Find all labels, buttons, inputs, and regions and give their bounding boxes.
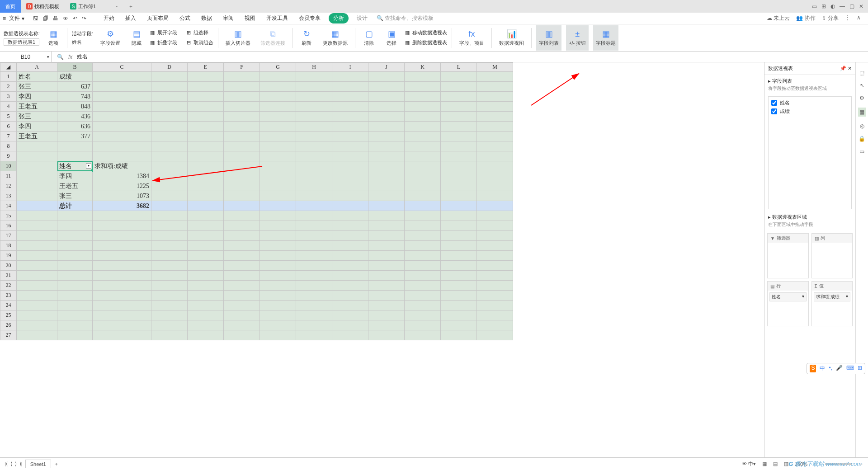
plusminus-button[interactable]: +/- 按钮 [569, 40, 586, 47]
ungroup-button[interactable]: ⊟ 取消组合 [187, 39, 213, 47]
tab-dev[interactable]: 开发工具 [264, 13, 291, 24]
redo-icon[interactable]: ↷ [82, 15, 86, 22]
sheet-nav-prev[interactable]: ⟨ [10, 461, 12, 467]
tab-start[interactable]: 开始 [101, 13, 117, 24]
headers-icon[interactable]: ▦ [601, 29, 611, 39]
more-icon[interactable]: ⋮ [845, 14, 850, 22]
tab-analysis[interactable]: 分析 [329, 13, 349, 24]
view-page-icon[interactable]: ▤ [773, 461, 778, 467]
maximize-icon[interactable]: ▢ [849, 3, 854, 9]
file-button[interactable]: 文件▾ [6, 13, 28, 24]
formula-value[interactable]: 姓名 [77, 53, 88, 61]
tab-review[interactable]: 审阅 [220, 13, 236, 24]
tab-add[interactable]: ＋ [123, 0, 139, 13]
tab-member[interactable]: 会员专享 [296, 13, 323, 24]
sheet-nav-next[interactable]: ⟩ [15, 461, 17, 467]
chevron-icon[interactable]: ∧ [857, 14, 861, 22]
select-icon[interactable]: ▣ [387, 29, 396, 39]
fields-icon[interactable]: fx [467, 29, 477, 39]
expand-button[interactable]: ▦ 展开字段 [150, 29, 177, 37]
hide-icon[interactable]: ▤ [132, 29, 142, 39]
field-check-score[interactable] [771, 108, 777, 114]
tab-layout[interactable]: 页面布局 [144, 13, 171, 24]
book-tool-icon[interactable]: ▭ [859, 148, 864, 155]
options-icon[interactable]: ▦ [48, 29, 58, 39]
area-rows[interactable]: ▤ 行姓名▾ [767, 281, 809, 326]
slicer-icon[interactable]: ▥ [233, 29, 243, 39]
minimize-icon[interactable]: — [840, 3, 845, 9]
pivot-chart-button[interactable]: 数据透视图 [499, 40, 524, 47]
collab-button[interactable]: 👥 协作 [796, 14, 815, 22]
undo-icon[interactable]: ↶ [73, 15, 77, 22]
refresh-button[interactable]: 刷新 [302, 40, 311, 47]
collapse-button[interactable]: ▦ 折叠字段 [150, 39, 177, 47]
save-icon[interactable]: 🖫 [33, 15, 38, 22]
cloud-button[interactable]: ☁ 未上云 [767, 14, 790, 22]
delete-button[interactable]: ▦ 删除数据透视表 [405, 39, 447, 47]
fieldlist-button[interactable]: 字段列表 [539, 40, 559, 47]
pin-icon[interactable]: 📌 [840, 66, 846, 71]
clear-button[interactable]: 清除 [364, 40, 374, 47]
field-score[interactable]: 成绩 [780, 108, 790, 115]
view-normal-icon[interactable]: ▦ [762, 461, 767, 467]
group-button[interactable]: ⊞ 组选择 [187, 29, 213, 37]
print-icon[interactable]: 🖶 [53, 15, 58, 22]
field-check-name[interactable] [771, 100, 777, 106]
preview-icon[interactable]: 👁 [63, 15, 68, 22]
hamburger-icon[interactable]: ≡ [3, 15, 6, 22]
area-filter[interactable]: ▼ 筛选器 [767, 233, 809, 278]
search-fx-icon[interactable]: 🔍 [57, 54, 64, 60]
sheet-nav-last[interactable]: ⟩| [19, 461, 23, 467]
tab-design[interactable]: 设计 [354, 13, 370, 24]
sheet-tab[interactable]: Sheet1 [25, 460, 51, 468]
hide-button[interactable]: 隐藏 [132, 40, 142, 47]
ime-keyboard-icon[interactable]: ⌨ [846, 365, 854, 372]
ime-grid-icon[interactable]: ⊞ [858, 365, 862, 372]
refresh-icon[interactable]: ↻ [302, 29, 311, 39]
field-setting-icon[interactable]: ⚙ [105, 29, 115, 39]
layout-icon[interactable]: ▭ [812, 3, 817, 9]
fields-button[interactable]: 字段、项目 [459, 40, 484, 47]
tab-formula[interactable]: 公式 [177, 13, 193, 24]
name-box[interactable]: B10▾ [0, 52, 52, 62]
fieldlist-icon[interactable]: ▥ [544, 29, 554, 39]
tab-home[interactable]: 首页 [0, 0, 21, 13]
ime-lang[interactable]: 中 [820, 365, 825, 372]
spreadsheet[interactable]: ◢ABCDEFGHIJKLM1姓名成绩2张三6373李四7484王老五8485张… [0, 62, 764, 457]
user-icon[interactable]: ◐ [830, 3, 835, 9]
chart-icon[interactable]: 📊 [507, 29, 517, 39]
ime-toolbar[interactable]: S 中 •, 🎤 ⌨ ⊞ [807, 363, 865, 374]
pt-name-value[interactable]: 数据透视表1 [4, 38, 39, 46]
sheet-nav-first[interactable]: |⟨ [5, 461, 8, 467]
saveas-icon[interactable]: 🗐 [43, 15, 48, 22]
lock-tool-icon[interactable]: 🔒 [859, 136, 865, 142]
source-icon[interactable]: ▦ [330, 29, 340, 39]
layout-tool-icon[interactable]: ▦ [858, 108, 866, 117]
select-tool-icon[interactable]: ⬚ [859, 70, 864, 76]
tab-view[interactable]: 视图 [242, 13, 258, 24]
close-panel-icon[interactable]: ✕ [848, 66, 852, 71]
apps-icon[interactable]: ⊞ [821, 3, 826, 9]
share-button[interactable]: ⇪ 分享 [822, 14, 839, 22]
area-values[interactable]: Σ 值求和项:成绩▾ [811, 281, 853, 326]
ime-mic-icon[interactable]: 🎤 [836, 365, 843, 372]
tab-insert[interactable]: 插入 [123, 13, 139, 24]
cursor-tool-icon[interactable]: ↖ [860, 82, 864, 89]
plusminus-icon[interactable]: ± [572, 29, 582, 39]
field-list[interactable]: 姓名 成绩 [768, 96, 852, 209]
tab-workbook[interactable]: S工作簿1• [65, 0, 123, 13]
move-button[interactable]: ▦ 移动数据透视表 [405, 29, 447, 37]
tab-template[interactable]: D找稻壳模板 [21, 0, 65, 13]
select-button[interactable]: 选择 [387, 40, 396, 47]
change-source-button[interactable]: 更改数据源 [323, 40, 348, 47]
slicer-button[interactable]: 插入切片器 [226, 40, 250, 47]
settings-tool-icon[interactable]: ⚙ [859, 95, 864, 101]
search-input[interactable]: 🔍 查找命令、搜索模板 [377, 14, 434, 22]
view-break-icon[interactable]: ▥ [784, 461, 788, 467]
fx-icon[interactable]: fx [68, 54, 72, 60]
area-columns[interactable]: ▥ 列 [811, 233, 853, 278]
eye-icon[interactable]: 👁 中▾ [742, 461, 756, 467]
add-sheet-icon[interactable]: ＋ [54, 461, 59, 467]
clear-icon[interactable]: ▢ [364, 29, 374, 39]
headers-button[interactable]: 字段标题 [596, 40, 616, 47]
